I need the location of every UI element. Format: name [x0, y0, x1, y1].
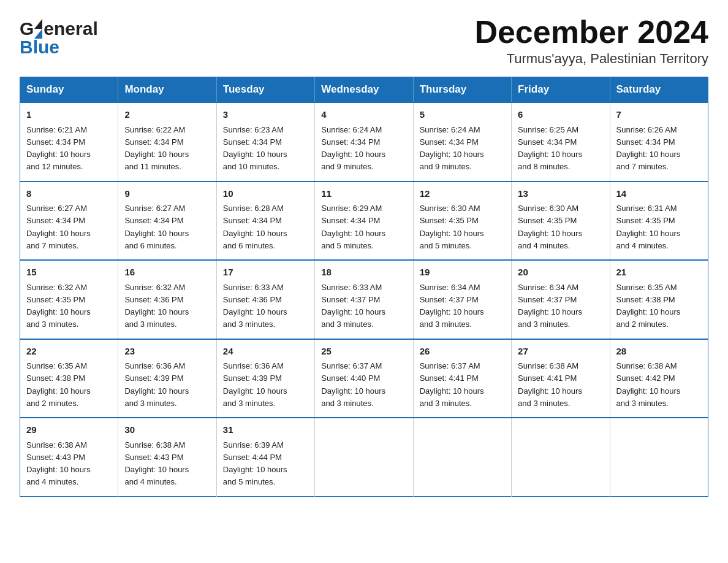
calendar-cell: 11Sunrise: 6:29 AMSunset: 4:34 PMDayligh…: [315, 182, 413, 261]
day-number: 25: [321, 345, 406, 359]
day-number: 1: [26, 108, 112, 122]
day-info: Sunrise: 6:31 AMSunset: 4:35 PMDaylight:…: [616, 204, 681, 250]
calendar-cell: 24Sunrise: 6:36 AMSunset: 4:39 PMDayligh…: [216, 339, 314, 418]
calendar-cell: 19Sunrise: 6:34 AMSunset: 4:37 PMDayligh…: [413, 260, 511, 339]
day-info: Sunrise: 6:39 AMSunset: 4:44 PMDaylight:…: [223, 440, 287, 487]
week-row-2: 8Sunrise: 6:27 AMSunset: 4:34 PMDaylight…: [20, 182, 708, 261]
day-number: 28: [616, 345, 702, 359]
day-info: Sunrise: 6:30 AMSunset: 4:35 PMDaylight:…: [518, 204, 582, 250]
day-number: 18: [321, 266, 406, 280]
day-info: Sunrise: 6:38 AMSunset: 4:43 PMDaylight:…: [124, 440, 189, 487]
location-subtitle: Turmus'ayya, Palestinian Territory: [474, 51, 708, 67]
calendar-cell: 1Sunrise: 6:21 AMSunset: 4:34 PMDaylight…: [20, 102, 118, 182]
calendar-cell: 16Sunrise: 6:32 AMSunset: 4:36 PMDayligh…: [118, 260, 216, 339]
calendar-cell: [512, 418, 610, 496]
calendar-cell: 28Sunrise: 6:38 AMSunset: 4:42 PMDayligh…: [610, 339, 708, 418]
calendar-cell: 3Sunrise: 6:23 AMSunset: 4:34 PMDaylight…: [216, 102, 314, 182]
day-info: Sunrise: 6:32 AMSunset: 4:36 PMDaylight:…: [124, 283, 189, 329]
day-number: 3: [223, 108, 308, 122]
day-number: 24: [223, 345, 308, 359]
calendar-cell: 25Sunrise: 6:37 AMSunset: 4:40 PMDayligh…: [315, 339, 413, 418]
day-info: Sunrise: 6:24 AMSunset: 4:34 PMDaylight:…: [321, 125, 385, 172]
day-info: Sunrise: 6:27 AMSunset: 4:34 PMDaylight:…: [26, 204, 91, 250]
calendar-cell: 21Sunrise: 6:35 AMSunset: 4:38 PMDayligh…: [610, 260, 708, 339]
calendar-cell: 2Sunrise: 6:22 AMSunset: 4:34 PMDaylight…: [118, 102, 216, 182]
day-info: Sunrise: 6:34 AMSunset: 4:37 PMDaylight:…: [420, 283, 484, 329]
col-thursday: Thursday: [413, 77, 511, 103]
calendar-cell: 6Sunrise: 6:25 AMSunset: 4:34 PMDaylight…: [512, 102, 610, 182]
calendar-cell: 13Sunrise: 6:30 AMSunset: 4:35 PMDayligh…: [512, 182, 610, 261]
week-row-5: 29Sunrise: 6:38 AMSunset: 4:43 PMDayligh…: [20, 418, 708, 496]
day-number: 7: [616, 108, 702, 122]
calendar-cell: 26Sunrise: 6:37 AMSunset: 4:41 PMDayligh…: [413, 339, 511, 418]
day-number: 27: [518, 345, 603, 359]
calendar-cell: 23Sunrise: 6:36 AMSunset: 4:39 PMDayligh…: [118, 339, 216, 418]
day-info: Sunrise: 6:33 AMSunset: 4:37 PMDaylight:…: [321, 283, 385, 329]
logo-triangle: [34, 19, 42, 39]
day-info: Sunrise: 6:23 AMSunset: 4:34 PMDaylight:…: [223, 125, 287, 172]
day-number: 22: [26, 345, 112, 359]
day-number: 4: [321, 108, 406, 122]
day-info: Sunrise: 6:30 AMSunset: 4:35 PMDaylight:…: [420, 204, 484, 250]
day-info: Sunrise: 6:22 AMSunset: 4:34 PMDaylight:…: [124, 125, 189, 172]
header-row: Sunday Monday Tuesday Wednesday Thursday…: [20, 77, 708, 103]
day-number: 5: [420, 108, 505, 122]
page-header: G eneral Blue December 2024 Turmus'ayya,…: [20, 15, 708, 67]
day-number: 21: [616, 266, 702, 280]
calendar-table: Sunday Monday Tuesday Wednesday Thursday…: [20, 77, 708, 497]
day-info: Sunrise: 6:32 AMSunset: 4:35 PMDaylight:…: [26, 283, 91, 329]
logo-g-letter: G: [20, 18, 33, 39]
logo-eneral-text: eneral: [44, 18, 97, 39]
col-tuesday: Tuesday: [216, 77, 314, 103]
day-number: 10: [223, 187, 308, 201]
logo: G eneral Blue: [20, 15, 98, 58]
day-number: 26: [420, 345, 505, 359]
day-number: 20: [518, 266, 603, 280]
calendar-cell: [610, 418, 708, 496]
col-monday: Monday: [118, 77, 216, 103]
day-info: Sunrise: 6:36 AMSunset: 4:39 PMDaylight:…: [223, 361, 287, 408]
calendar-cell: 10Sunrise: 6:28 AMSunset: 4:34 PMDayligh…: [216, 182, 314, 261]
col-sunday: Sunday: [20, 77, 118, 103]
calendar-cell: [315, 418, 413, 496]
day-number: 19: [420, 266, 505, 280]
day-number: 17: [223, 266, 308, 280]
day-info: Sunrise: 6:38 AMSunset: 4:43 PMDaylight:…: [26, 440, 91, 487]
calendar-cell: 12Sunrise: 6:30 AMSunset: 4:35 PMDayligh…: [413, 182, 511, 261]
day-number: 23: [124, 345, 210, 359]
calendar-body: 1Sunrise: 6:21 AMSunset: 4:34 PMDaylight…: [20, 102, 708, 496]
calendar-cell: 4Sunrise: 6:24 AMSunset: 4:34 PMDaylight…: [315, 102, 413, 182]
day-info: Sunrise: 6:35 AMSunset: 4:38 PMDaylight:…: [26, 361, 91, 408]
day-info: Sunrise: 6:29 AMSunset: 4:34 PMDaylight:…: [321, 204, 385, 250]
calendar-cell: 8Sunrise: 6:27 AMSunset: 4:34 PMDaylight…: [20, 182, 118, 261]
calendar-cell: 9Sunrise: 6:27 AMSunset: 4:34 PMDaylight…: [118, 182, 216, 261]
calendar-cell: 22Sunrise: 6:35 AMSunset: 4:38 PMDayligh…: [20, 339, 118, 418]
day-number: 31: [223, 423, 308, 437]
day-info: Sunrise: 6:26 AMSunset: 4:34 PMDaylight:…: [616, 125, 681, 172]
week-row-4: 22Sunrise: 6:35 AMSunset: 4:38 PMDayligh…: [20, 339, 708, 418]
calendar-header: Sunday Monday Tuesday Wednesday Thursday…: [20, 77, 708, 103]
day-number: 2: [124, 108, 210, 122]
calendar-cell: 5Sunrise: 6:24 AMSunset: 4:34 PMDaylight…: [413, 102, 511, 182]
day-info: Sunrise: 6:33 AMSunset: 4:36 PMDaylight:…: [223, 283, 287, 329]
calendar-cell: 15Sunrise: 6:32 AMSunset: 4:35 PMDayligh…: [20, 260, 118, 339]
calendar-cell: 29Sunrise: 6:38 AMSunset: 4:43 PMDayligh…: [20, 418, 118, 496]
calendar-cell: 7Sunrise: 6:26 AMSunset: 4:34 PMDaylight…: [610, 102, 708, 182]
week-row-3: 15Sunrise: 6:32 AMSunset: 4:35 PMDayligh…: [20, 260, 708, 339]
day-number: 14: [616, 187, 702, 201]
day-info: Sunrise: 6:28 AMSunset: 4:34 PMDaylight:…: [223, 204, 287, 250]
day-info: Sunrise: 6:34 AMSunset: 4:37 PMDaylight:…: [518, 283, 582, 329]
calendar-cell: 18Sunrise: 6:33 AMSunset: 4:37 PMDayligh…: [315, 260, 413, 339]
col-wednesday: Wednesday: [315, 77, 413, 103]
day-number: 29: [26, 423, 112, 437]
day-info: Sunrise: 6:37 AMSunset: 4:40 PMDaylight:…: [321, 361, 385, 408]
day-number: 12: [420, 187, 505, 201]
month-title: December 2024: [474, 15, 708, 50]
col-saturday: Saturday: [610, 77, 708, 103]
day-info: Sunrise: 6:38 AMSunset: 4:41 PMDaylight:…: [518, 361, 582, 408]
calendar-cell: 14Sunrise: 6:31 AMSunset: 4:35 PMDayligh…: [610, 182, 708, 261]
day-info: Sunrise: 6:35 AMSunset: 4:38 PMDaylight:…: [616, 283, 681, 329]
day-info: Sunrise: 6:21 AMSunset: 4:34 PMDaylight:…: [26, 125, 91, 172]
day-info: Sunrise: 6:24 AMSunset: 4:34 PMDaylight:…: [420, 125, 484, 172]
logo-blue-text: Blue: [20, 37, 59, 58]
